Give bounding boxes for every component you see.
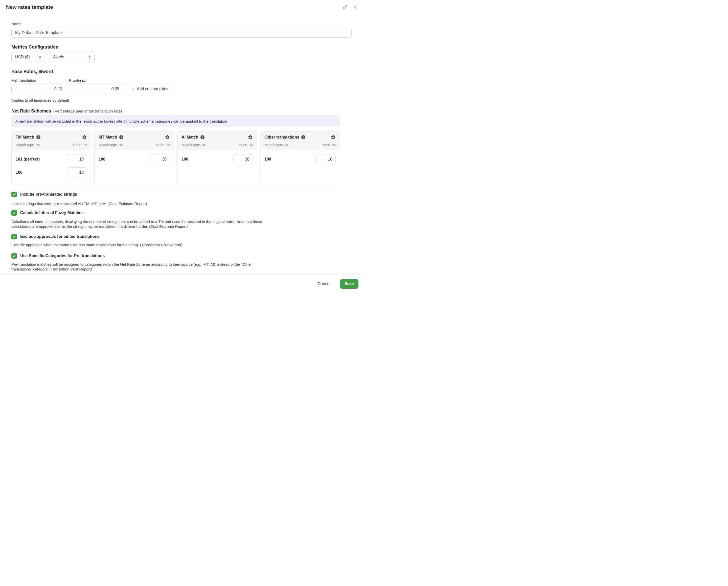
unit-select[interactable]: Words: [49, 52, 95, 62]
card-header: Other translations i Match type, % Price…: [260, 131, 340, 150]
gear-icon[interactable]: [331, 135, 336, 140]
option-description: Exclude approvals when the same user has…: [11, 243, 364, 247]
gear-icon[interactable]: [82, 135, 87, 140]
cancel-button[interactable]: Cancel: [315, 280, 333, 288]
base-rates-heading: Base Rates, $/word: [11, 69, 364, 74]
collapse-icon[interactable]: [341, 3, 348, 10]
card-header: TM Match i Match type, % Price, %: [11, 131, 91, 150]
option-label: Include pre-translated strings: [20, 192, 77, 197]
specific-categories-option: Use Specific Categories for Pre-translat…: [11, 253, 364, 259]
updown-chevrons-icon: [88, 55, 91, 59]
price-column-label: Price, %: [73, 143, 87, 147]
exclude-approvals-option: Exclude approvals for edited translation…: [11, 234, 364, 239]
base-rate-labels: Full translation Proofread: [11, 78, 364, 82]
plus-icon: +: [132, 86, 134, 91]
card-header: AI Match i Match type, % Price, %: [178, 131, 257, 150]
match-type-column-label: Match type, %: [16, 143, 40, 147]
gear-icon[interactable]: [165, 135, 170, 140]
metrics-configuration-heading: Metrics Configuration: [11, 45, 364, 50]
updown-chevrons-icon: [38, 55, 42, 59]
net-rate-schemes-subheading: (Percentage paid of full translation rat…: [53, 109, 122, 113]
match-type-value: 100: [264, 157, 271, 161]
modal-footer: Cancel Save: [0, 275, 364, 293]
card-header: MT Match i Match type, % Price, %: [95, 131, 174, 150]
full-translation-input[interactable]: [11, 84, 66, 94]
match-type-value: 101 (perfect): [16, 157, 40, 161]
card-body: 100: [260, 150, 340, 164]
price-input[interactable]: [233, 154, 253, 164]
match-type-value: 100: [182, 157, 188, 161]
new-rates-template-modal: New rates template Name Metrics Configur…: [0, 0, 364, 293]
unit-select-value: Words: [53, 55, 85, 59]
price-column-label: Price, %: [156, 143, 170, 147]
price-input[interactable]: [67, 168, 87, 177]
price-column-label: Price, %: [321, 143, 336, 147]
checkmark-icon: [12, 235, 16, 238]
net-rate-schemes-heading-row: Net Rate Schemes (Percentage paid of ful…: [11, 108, 364, 114]
price-input[interactable]: [67, 154, 87, 164]
info-icon[interactable]: i: [36, 135, 41, 139]
net-rate-schemes-heading: Net Rate Schemes: [11, 108, 51, 114]
card-body: 100: [95, 150, 174, 164]
include-pretranslated-checkbox[interactable]: [11, 192, 17, 197]
rate-row: 100: [99, 154, 170, 164]
internal-fuzzy-matches-checkbox[interactable]: [11, 210, 17, 215]
base-rates-note: Applies to all languages by default: [11, 98, 364, 102]
add-custom-rates-button[interactable]: + Add custom rates: [127, 84, 173, 94]
card-title: TM Match: [16, 135, 34, 139]
price-input[interactable]: [315, 154, 336, 164]
modal-content: Name Metrics Configuration USD ($) Words…: [0, 22, 364, 272]
option-description: Pre-translation matches will be assigned…: [11, 262, 259, 272]
base-rate-inputs: + Add custom rates: [11, 84, 364, 94]
close-icon[interactable]: [352, 3, 359, 10]
checkmark-icon: [12, 254, 16, 258]
currency-select[interactable]: USD ($): [11, 52, 45, 62]
currency-select-value: USD ($): [15, 55, 36, 59]
add-custom-rates-label: Add custom rates: [137, 87, 168, 91]
specific-categories-checkbox[interactable]: [11, 253, 17, 259]
header-actions: [341, 3, 359, 10]
option-label: Use Specific Categories for Pre-translat…: [20, 254, 105, 258]
option-description: Include strings that were pre-translated…: [11, 201, 364, 206]
option-description: Calculates all internal matches, display…: [11, 219, 265, 229]
rate-row: 100: [16, 168, 87, 177]
rate-row: 101 (perfect): [16, 154, 87, 164]
internal-fuzzy-matches-option: Calculate Internal Fuzzy Matches: [11, 210, 364, 215]
tm-match-card: TM Match i Match type, % Price, % 10: [11, 131, 91, 185]
info-icon[interactable]: i: [301, 135, 305, 139]
option-label: Calculate Internal Fuzzy Matches: [20, 210, 84, 215]
info-icon[interactable]: i: [119, 135, 123, 139]
name-input[interactable]: [11, 28, 352, 38]
card-title: MT Match: [99, 135, 117, 139]
card-body: 101 (perfect) 100: [11, 150, 91, 177]
option-label: Exclude approvals for edited translation…: [20, 234, 100, 239]
rate-row: 100: [264, 154, 336, 164]
card-title: AI Match: [182, 135, 199, 139]
card-body: 100: [178, 150, 257, 164]
mt-match-card: MT Match i Match type, % Price, % 10: [94, 131, 174, 185]
match-type-value: 100: [16, 170, 23, 175]
checkmark-icon: [12, 211, 16, 214]
include-pretranslated-option: Include pre-translated strings: [11, 192, 364, 197]
card-title: Other translations: [264, 135, 299, 139]
name-label: Name: [11, 22, 364, 26]
ai-match-card: AI Match i Match type, % Price, % 10: [177, 131, 257, 185]
proofread-input[interactable]: [69, 84, 123, 94]
match-type-column-label: Match type, %: [264, 143, 288, 147]
info-icon[interactable]: i: [201, 135, 205, 139]
match-type-value: 100: [99, 157, 105, 161]
metrics-selects: USD ($) Words: [11, 52, 364, 62]
rate-row: 100: [182, 154, 253, 164]
checkmark-icon: [12, 193, 16, 196]
net-rate-cards: TM Match i Match type, % Price, % 10: [11, 131, 340, 185]
price-column-label: Price, %: [239, 143, 253, 147]
save-button[interactable]: Save: [340, 279, 359, 289]
modal-header: New rates template: [0, 0, 364, 15]
other-translations-card: Other translations i Match type, % Price…: [260, 131, 340, 185]
price-input[interactable]: [150, 154, 170, 164]
lowest-rate-info-banner: A new translation will be included in th…: [11, 115, 340, 127]
match-type-column-label: Match type, %: [99, 143, 123, 147]
gear-icon[interactable]: [248, 135, 253, 140]
exclude-approvals-checkbox[interactable]: [11, 234, 17, 239]
full-translation-label: Full translation: [11, 78, 69, 82]
